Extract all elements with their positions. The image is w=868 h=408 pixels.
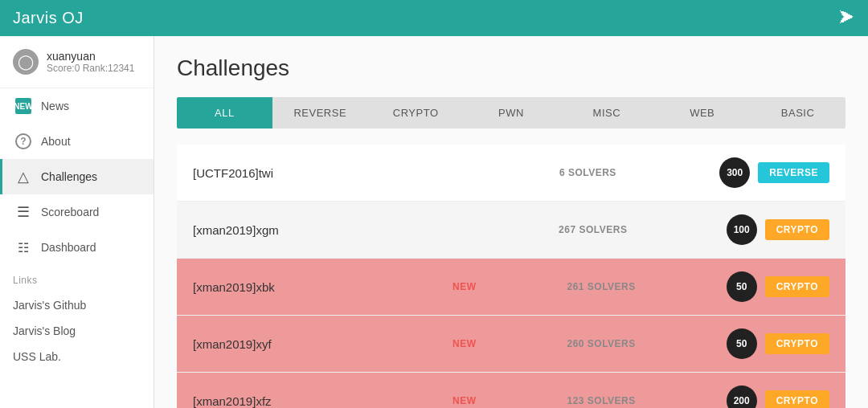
category-badge: CRYPTO	[765, 333, 829, 354]
user-info: xuanyuan Score:0 Rank:12341	[47, 50, 134, 74]
sidebar-label-news: News	[41, 100, 69, 112]
scoreboard-icon: ☰	[15, 204, 31, 220]
challenges-icon: △	[15, 169, 31, 185]
dashboard-icon: ☷	[15, 239, 31, 255]
sidebar-label-challenges: Challenges	[41, 170, 97, 183]
challenge-name: [xman2019]xfz	[193, 394, 443, 408]
main-content: Challenges ALL REVERSE CRYPTO PWN MISC W…	[154, 36, 868, 408]
solvers-count: 267 SOLVERS	[460, 224, 727, 235]
solvers-count: 6 SOLVERS	[457, 167, 720, 178]
solvers-count: 123 SOLVERS	[477, 395, 727, 406]
header: Jarvis OJ ⮞	[0, 0, 868, 36]
challenge-meta: 50 CRYPTO	[727, 328, 829, 359]
sidebar-item-about[interactable]: ? About	[0, 124, 154, 159]
news-icon: NEW	[15, 98, 31, 114]
challenge-meta: 50 CRYPTO	[727, 271, 829, 302]
tab-basic[interactable]: BASIC	[750, 97, 845, 129]
username: xuanyuan	[47, 50, 134, 63]
sidebar-item-dashboard[interactable]: ☷ Dashboard	[0, 230, 154, 265]
new-badge: NEW	[452, 281, 477, 292]
sidebar-item-challenges[interactable]: △ Challenges	[0, 159, 154, 194]
table-row[interactable]: [UCTF2016]twi 6 SOLVERS 300 REVERSE	[177, 145, 845, 202]
tab-crypto[interactable]: CRYPTO	[368, 97, 464, 129]
tab-reverse[interactable]: REVERSE	[272, 97, 368, 129]
category-badge: CRYPTO	[765, 276, 829, 297]
user-section: ◯ xuanyuan Score:0 Rank:12341	[0, 36, 154, 88]
challenge-name: [xman2019]xbk	[193, 280, 443, 294]
score-badge: 50	[727, 271, 757, 302]
challenge-meta: 200 CRYPTO	[727, 386, 829, 408]
solvers-count: 260 SOLVERS	[477, 338, 727, 349]
sidebar-item-scoreboard[interactable]: ☰ Scoreboard	[0, 194, 154, 230]
score-badge: 200	[727, 386, 757, 408]
challenge-meta: 300 REVERSE	[719, 157, 829, 188]
table-row[interactable]: [xman2019]xfz NEW 123 SOLVERS 200 CRYPTO	[177, 373, 845, 408]
layout: ◯ xuanyuan Score:0 Rank:12341 NEW News ?…	[0, 36, 868, 408]
category-badge: CRYPTO	[765, 390, 829, 408]
about-icon: ?	[15, 133, 31, 149]
avatar: ◯	[13, 49, 39, 75]
tab-misc[interactable]: MISC	[559, 97, 654, 129]
new-badge: NEW	[452, 395, 477, 406]
score-badge: 50	[727, 328, 757, 359]
sidebar: ◯ xuanyuan Score:0 Rank:12341 NEW News ?…	[0, 36, 154, 408]
challenge-meta: 100 CRYPTO	[727, 214, 829, 245]
tab-pwn[interactable]: PWN	[464, 97, 559, 129]
links-section-label: Links	[0, 265, 154, 292]
category-badge: CRYPTO	[765, 219, 829, 240]
score-badge: 300	[719, 157, 750, 188]
sidebar-label-dashboard: Dashboard	[41, 241, 96, 254]
new-badge: NEW	[452, 338, 477, 349]
sidebar-label-scoreboard: Scoreboard	[41, 206, 99, 218]
user-score-rank: Score:0 Rank:12341	[47, 63, 134, 74]
tab-all[interactable]: ALL	[177, 97, 272, 129]
app-title: Jarvis OJ	[13, 9, 84, 27]
link-github[interactable]: Jarvis's Github	[0, 292, 154, 318]
score-badge: 100	[727, 214, 757, 245]
table-row[interactable]: [xman2019]xbk NEW 261 SOLVERS 50 CRYPTO	[177, 259, 845, 316]
link-blog[interactable]: Jarvis's Blog	[0, 318, 154, 344]
tab-web[interactable]: WEB	[654, 97, 750, 129]
solvers-count: 261 SOLVERS	[477, 281, 727, 292]
challenge-name: [xman2019]xgm	[193, 223, 460, 237]
filter-tabs: ALL REVERSE CRYPTO PWN MISC WEB BASIC	[177, 97, 845, 129]
table-row[interactable]: [xman2019]xgm 267 SOLVERS 100 CRYPTO	[177, 202, 845, 259]
link-uss[interactable]: USS Lab.	[0, 344, 154, 369]
category-badge: REVERSE	[758, 162, 829, 183]
table-row[interactable]: [xman2019]xyf NEW 260 SOLVERS 50 CRYPTO	[177, 316, 845, 373]
sidebar-item-news[interactable]: NEW News	[0, 88, 154, 124]
sidebar-label-about: About	[41, 135, 71, 148]
logout-icon[interactable]: ⮞	[839, 9, 855, 27]
challenge-name: [xman2019]xyf	[193, 337, 443, 351]
page-title: Challenges	[177, 55, 845, 81]
challenge-list: [UCTF2016]twi 6 SOLVERS 300 REVERSE [xma…	[177, 145, 845, 408]
challenge-name: [UCTF2016]twi	[193, 166, 457, 180]
